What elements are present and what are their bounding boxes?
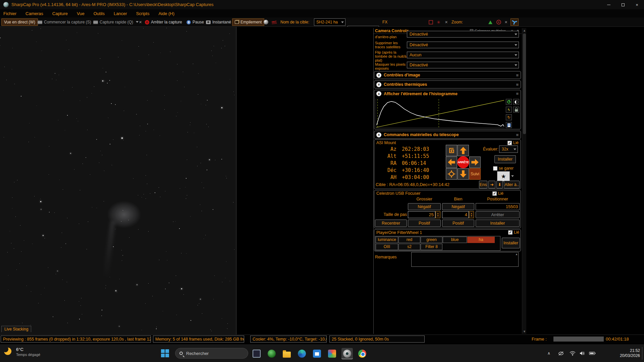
section-telescope-controls[interactable]: ∧ Commandes matérielles du télescope ≡ <box>374 131 521 139</box>
fine-step-spinner[interactable]: ▲▼ <box>469 211 474 218</box>
sphere-icon[interactable] <box>264 18 268 26</box>
filterwheel-install-button[interactable]: Installer <box>502 238 520 248</box>
live-stacking-tab[interactable]: Live Stacking <box>1 326 31 332</box>
selection-area-icon[interactable] <box>429 18 433 26</box>
taskbar-app-edge-browser[interactable] <box>296 348 308 359</box>
focuser-linked-checkbox[interactable]: ✓Lié <box>492 191 503 196</box>
filter-button-s2[interactable]: s2 <box>398 244 420 250</box>
quick-stretch-button[interactable]: ϟ <box>506 107 512 113</box>
weather-widget[interactable]: 6°C Temps dégagé <box>3 347 40 357</box>
start-button[interactable] <box>161 349 169 357</box>
panel-scrollbar[interactable]: ▲ ▼ <box>522 28 526 334</box>
filter-button-red[interactable]: red <box>398 237 420 243</box>
recenter-button[interactable]: Recentrer <box>375 220 407 227</box>
filter-button-ha[interactable]: ha <box>467 237 495 243</box>
volume-icon[interactable] <box>580 344 585 362</box>
section-image-controls[interactable]: ∨ Contrôles d'image ≡ <box>374 71 521 79</box>
do-not-disturb-icon[interactable] <box>558 344 564 362</box>
menu-item-outils[interactable]: Outils <box>94 11 105 16</box>
position-input[interactable]: 15503 <box>476 203 520 210</box>
mount-linked-checkbox[interactable]: ✓Lié <box>507 140 519 145</box>
mount-install-button[interactable]: Installer <box>494 155 516 163</box>
background-removal-select[interactable]: Désactivé <box>407 31 519 38</box>
mount-stop-button[interactable]: ARRÊTE <box>457 156 469 168</box>
rate-select[interactable]: 32x <box>499 145 518 153</box>
tracking-button[interactable]: Suivi <box>469 168 481 180</box>
fine-step-input[interactable]: 4 <box>442 211 469 218</box>
taskbar-app-sharpcap-app[interactable] <box>341 348 353 359</box>
menu-item-aide-h-[interactable]: Aide (H) <box>158 11 174 16</box>
taskbar-app-photos-app[interactable] <box>326 348 338 359</box>
goto-button[interactable]: Aller à.. <box>504 181 520 188</box>
hamburger-icon[interactable]: ≡ <box>516 82 519 87</box>
auto-stretch-button[interactable] <box>506 99 512 105</box>
stop-capture-button[interactable]: Arrêter la capture <box>145 18 182 26</box>
coarse-positive-button[interactable]: Positif <box>408 220 441 227</box>
menu-item-capture[interactable]: Capture <box>52 11 68 16</box>
taskbar-app-planetarium-app[interactable] <box>266 348 277 359</box>
invert-display-button[interactable] <box>513 99 519 105</box>
hamburger-icon[interactable]: ≡ <box>516 132 519 137</box>
arrow-right-button[interactable]: ➜ <box>488 181 495 188</box>
park-checkbox[interactable]: ✓se garer <box>493 166 514 171</box>
section-thermal-controls[interactable]: ∨ Contrôles thermiques ≡ <box>374 80 521 88</box>
taskbar-app-microsoft-store[interactable] <box>311 348 323 359</box>
reset-stretch-button[interactable]: ↻ <box>506 114 512 120</box>
auto-stretch-icon[interactable] <box>488 18 492 26</box>
lock-stretch-button[interactable] <box>513 107 519 113</box>
filter-button-luminance[interactable]: luminance <box>376 237 398 243</box>
scroll-up-icon[interactable]: ▲ <box>515 253 518 256</box>
notes-textarea[interactable]: ▲ <box>411 252 519 267</box>
live-view-button[interactable]: Vue en direct (W) <box>1 18 38 26</box>
scroll-up-arrow-icon[interactable]: ▲ <box>522 29 527 32</box>
filterwheel-linked-checkbox[interactable]: ✓Lié <box>508 230 519 235</box>
menu-item-lancer[interactable]: Lancer <box>114 11 127 16</box>
fine-negative-button[interactable]: Négatif <box>442 203 474 210</box>
taskbar-app-folder-explorer[interactable] <box>281 348 292 359</box>
arrow-down-button[interactable]: ⬇ <box>496 181 503 188</box>
battery-icon[interactable] <box>589 344 596 362</box>
clock[interactable]: 21:52 20/03/2026 <box>610 348 640 358</box>
menu-item-scripts[interactable]: Scripts <box>136 11 150 16</box>
slew-right-button[interactable] <box>469 157 481 168</box>
scrollbar-thumb[interactable] <box>523 34 526 134</box>
flip-select[interactable]: Aucun <box>407 52 519 58</box>
filter-button-blue[interactable]: blue <box>443 237 467 243</box>
fine-positive-button[interactable]: Positif <box>442 220 474 227</box>
hamburger-icon[interactable]: ≡ <box>516 73 519 78</box>
close-button[interactable]: × <box>630 0 644 9</box>
scroll-down-arrow-icon[interactable]: ▼ <box>522 330 527 333</box>
live-stacking-button[interactable]: Empilement <box>232 18 264 26</box>
slew-left-button[interactable] <box>446 157 457 168</box>
polar-align-button[interactable] <box>511 18 519 26</box>
unpark-button[interactable] <box>446 145 457 156</box>
wifi-icon[interactable] <box>570 344 576 362</box>
taskbar-app-file-explorer-window[interactable] <box>251 348 262 359</box>
slew-up-button[interactable] <box>458 145 469 156</box>
coarse-negative-button[interactable]: Négatif <box>408 203 441 210</box>
target-name-select[interactable]: SH2-241 ha <box>314 18 345 26</box>
slew-down-button[interactable] <box>458 168 469 180</box>
maximize-button[interactable] <box>616 0 630 9</box>
histogram-header[interactable]: ∧ Afficher l'étirement de l'histogramme … <box>376 91 519 96</box>
save-stretch-button[interactable] <box>506 122 512 128</box>
snapshot-button[interactable]: Instantané <box>206 18 231 26</box>
tray-chevron-up[interactable]: ∧ <box>547 344 550 362</box>
menu-item-vue[interactable]: Vue <box>77 11 85 16</box>
hide-exposed-pixels-select[interactable]: Désactivé <box>407 62 519 68</box>
search-input[interactable]: Rechercher <box>175 348 248 359</box>
focuser-install-button[interactable]: Installer <box>476 220 520 227</box>
start-capture-button[interactable]: Commencer la capture (S) <box>38 18 91 26</box>
satellite-trail-select[interactable]: Désactivé <box>407 42 519 48</box>
filter-button-oiii[interactable]: OIII <box>376 244 398 250</box>
clear-fx-icon[interactable]: ✳ <box>437 18 440 26</box>
minimize-button[interactable] <box>602 0 616 9</box>
pause-button[interactable]: Pause <box>186 18 204 26</box>
menu-item-cameras[interactable]: Cameras <box>25 11 43 16</box>
reticle-icon[interactable] <box>496 18 501 26</box>
set-target-button[interactable]: Ens <box>479 181 487 188</box>
coarse-step-spinner[interactable]: ▲▼ <box>435 211 440 218</box>
coarse-step-input[interactable]: 25 <box>408 211 435 218</box>
filter-button-green[interactable]: green <box>421 237 442 243</box>
hamburger-icon[interactable]: ≡ <box>516 91 519 96</box>
